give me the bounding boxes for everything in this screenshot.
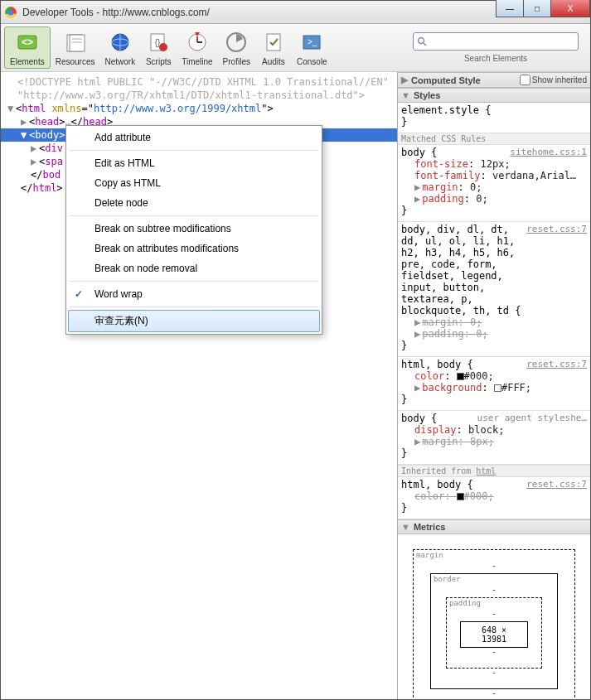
- styles-header[interactable]: ▼ Styles: [398, 88, 590, 103]
- css-rule[interactable]: body {sitehome.css:1 font-size: 12px; fo…: [398, 145, 590, 222]
- context-menu: Add attribute Edit as HTML Copy as HTML …: [65, 125, 322, 335]
- tab-label: Timeline: [182, 57, 212, 66]
- doctype-line: <!DOCTYPE html PUBLIC "-//W3C//DTD XHTML…: [1, 75, 397, 89]
- styles-pane: ▶ Computed Style Show inherited ▼ Styles…: [397, 72, 590, 699]
- svg-point-22: [419, 38, 424, 44]
- section-title: Metrics: [414, 522, 446, 532]
- timeline-icon: [184, 29, 211, 56]
- color-swatch[interactable]: [494, 384, 501, 392]
- minimize-button[interactable]: —: [496, 0, 524, 17]
- tab-profiles[interactable]: Profiles: [218, 27, 255, 68]
- inherited-link[interactable]: html: [476, 466, 496, 476]
- inherited-from: Inherited from html: [398, 465, 590, 477]
- chevron-right-icon: ▶: [401, 75, 408, 85]
- window-title: Developer Tools - http://www.cnblogs.com…: [22, 7, 210, 18]
- tab-label: Console: [297, 57, 327, 66]
- profiles-icon: [223, 29, 249, 56]
- tab-timeline[interactable]: Timeline: [177, 27, 217, 68]
- menu-break-removal[interactable]: Break on node removal: [68, 258, 320, 278]
- tab-label: Resources: [56, 57, 95, 66]
- checkbox-label: Show inherited: [532, 75, 587, 84]
- menu-break-subtree[interactable]: Break on subtree modifications: [68, 219, 320, 239]
- window-titlebar: Developer Tools - http://www.cnblogs.com…: [1, 1, 590, 24]
- section-title: Styles: [414, 90, 440, 100]
- elements-icon: <>: [14, 29, 41, 56]
- search-icon: [417, 36, 427, 46]
- network-icon: [107, 29, 133, 56]
- svg-rect-19: [267, 34, 280, 51]
- menu-edit-as-html[interactable]: Edit as HTML: [68, 153, 320, 173]
- tab-label: Scripts: [146, 57, 172, 66]
- color-swatch[interactable]: [457, 373, 464, 380]
- menu-copy-as-html[interactable]: Copy as HTML: [68, 173, 320, 193]
- chrome-icon: [4, 6, 17, 19]
- svg-text:<>: <>: [22, 36, 33, 48]
- audits-icon: [260, 29, 287, 56]
- close-button[interactable]: X: [550, 0, 590, 17]
- section-title: Computed Style: [411, 75, 481, 85]
- matched-rules-header: Matched CSS Rules: [398, 133, 590, 145]
- resources-icon: [62, 29, 89, 56]
- maximize-button[interactable]: □: [523, 0, 551, 17]
- search-input-container[interactable]: [413, 32, 579, 51]
- menu-add-attribute[interactable]: Add attribute: [68, 128, 320, 147]
- css-rule[interactable]: body, div, dl, dt, dd, ul, ol, li, h1, h…: [398, 222, 590, 357]
- elements-tree[interactable]: <!DOCTYPE html PUBLIC "-//W3C//DTD XHTML…: [1, 72, 397, 699]
- computed-style-header[interactable]: ▶ Computed Style Show inherited: [398, 72, 590, 88]
- css-rule[interactable]: html, body {reset.css:7 color: #000; }: [398, 477, 590, 519]
- menu-word-wrap[interactable]: ✓Word wrap: [68, 284, 320, 304]
- menu-inspect-element[interactable]: 审查元素(N): [68, 310, 320, 332]
- source-text: user agent styleshe…: [477, 413, 587, 424]
- metrics-diagram[interactable]: margin - border - padding - 648 × 13981 …: [398, 534, 590, 699]
- menu-break-attributes[interactable]: Break on attributes modifications: [68, 239, 320, 258]
- chevron-down-icon: ▼: [401, 90, 410, 100]
- tab-audits[interactable]: Audits: [255, 27, 292, 68]
- css-rule[interactable]: body {user agent styleshe… display: bloc…: [398, 411, 590, 465]
- svg-text:>_: >_: [308, 37, 317, 46]
- html-element[interactable]: ▼<html xmlns="http://www.w3.org/1999/xht…: [1, 102, 397, 115]
- css-rule[interactable]: html, body {reset.css:7 color: #000; ▶ba…: [398, 357, 590, 411]
- selector-text: element.style {: [401, 104, 587, 116]
- menu-delete-node[interactable]: Delete node: [68, 193, 320, 213]
- show-inherited-checkbox[interactable]: [520, 75, 530, 85]
- tab-label: Audits: [262, 57, 285, 66]
- tab-elements[interactable]: <> Elements: [4, 27, 51, 69]
- svg-line-23: [424, 43, 426, 46]
- search-input[interactable]: [430, 36, 574, 46]
- svg-rect-5: [70, 35, 85, 51]
- tab-console[interactable]: >_ Console: [292, 27, 332, 68]
- doctype-line: "http://www.w3.org/TR/xhtml1/DTD/xhtml1-…: [1, 89, 397, 102]
- tab-label: Profiles: [223, 57, 250, 66]
- source-link[interactable]: reset.css:7: [526, 224, 587, 316]
- tab-label: Elements: [10, 57, 45, 66]
- tab-label: Network: [105, 57, 136, 66]
- content-dimensions: 648 × 13981: [460, 621, 528, 648]
- scripts-icon: {}: [145, 29, 172, 56]
- element-style-block[interactable]: element.style { }: [398, 103, 590, 133]
- metrics-header[interactable]: ▼ Metrics: [398, 519, 590, 534]
- toolbar: <> Elements Resources Network {} Scripts…: [1, 24, 590, 72]
- color-swatch[interactable]: [457, 493, 464, 500]
- tab-resources[interactable]: Resources: [51, 27, 100, 68]
- console-icon: >_: [298, 29, 325, 56]
- tab-scripts[interactable]: {} Scripts: [140, 27, 177, 68]
- checkmark-icon: ✓: [75, 288, 83, 300]
- source-link[interactable]: reset.css:7: [526, 479, 587, 490]
- source-link[interactable]: reset.css:7: [526, 359, 587, 370]
- search-label: Search Elements: [464, 54, 527, 63]
- source-link[interactable]: sitehome.css:1: [510, 147, 587, 158]
- tab-network[interactable]: Network: [100, 27, 141, 68]
- chevron-down-icon: ▼: [401, 522, 410, 532]
- svg-point-13: [159, 43, 167, 51]
